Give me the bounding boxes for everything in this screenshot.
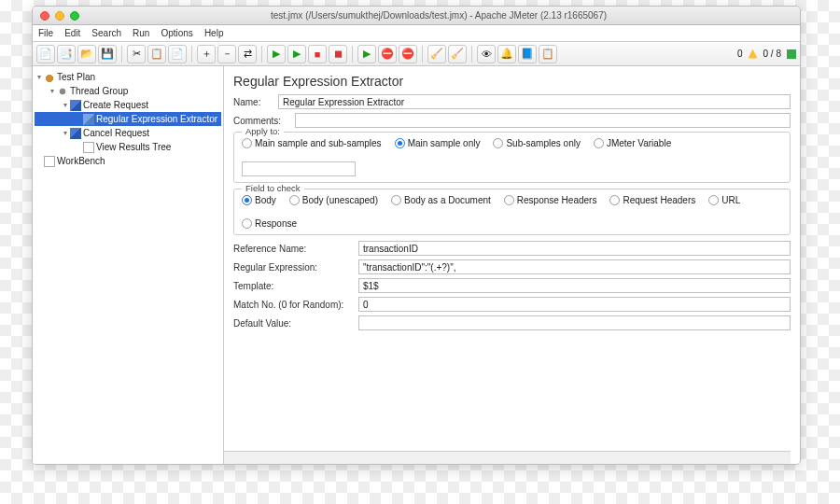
error-count: 0 xyxy=(737,49,743,59)
regex-label: Regular Expression: xyxy=(233,262,353,273)
expand-icon[interactable]: ＋ xyxy=(197,45,216,63)
tree-item-create-request[interactable]: ▾Create Request xyxy=(35,98,221,112)
postprocessor-icon xyxy=(83,114,94,125)
radio-response-message[interactable]: Response xyxy=(242,218,297,229)
comments-label: Comments: xyxy=(233,116,289,126)
comments-input[interactable] xyxy=(295,113,791,128)
gear-icon xyxy=(57,86,68,97)
radio-sub-only[interactable]: Sub-samples only xyxy=(493,138,580,148)
tree-item-workbench[interactable]: WorkBench xyxy=(35,154,221,168)
titlebar[interactable]: test.jmx (/Users/sumukthej/Downloads/tes… xyxy=(33,7,800,25)
remote-shutdown-icon[interactable]: ⛔ xyxy=(399,45,417,63)
content-area: ▾Test Plan ▾Thread Group ▾Create Request… xyxy=(33,66,800,464)
editor-panel: Regular Expression Extractor Name: Comme… xyxy=(224,66,800,464)
toolbar-sep xyxy=(191,46,192,63)
clear-icon[interactable]: 🧹 xyxy=(427,45,446,63)
thread-count: 0 / 8 xyxy=(763,49,781,59)
clear-all-icon[interactable]: 🧹 xyxy=(448,45,467,63)
test-plan-tree[interactable]: ▾Test Plan ▾Thread Group ▾Create Request… xyxy=(33,66,224,464)
copy-icon[interactable]: 📋 xyxy=(147,45,166,63)
stop-icon[interactable]: ■ xyxy=(308,45,327,63)
radio-body-unescaped[interactable]: Body (unescaped) xyxy=(289,195,378,205)
reference-name-label: Reference Name: xyxy=(233,244,353,254)
panel-title: Regular Expression Extractor xyxy=(224,66,800,92)
tree-item-cancel-request[interactable]: ▾Cancel Request xyxy=(35,126,221,140)
template-input[interactable] xyxy=(358,278,791,293)
minimize-icon[interactable] xyxy=(55,11,64,21)
menu-options[interactable]: Options xyxy=(161,28,192,38)
toolbar-status: 0 0 / 8 xyxy=(737,49,796,59)
menu-help[interactable]: Help xyxy=(204,28,224,38)
apply-to-group: Main sample and sub-samples Main sample … xyxy=(233,132,791,183)
start-icon[interactable]: ▶ xyxy=(267,45,286,63)
paste-icon[interactable]: 📄 xyxy=(168,45,187,63)
name-label: Name: xyxy=(233,97,273,107)
toolbar-sep xyxy=(352,46,353,63)
radio-url[interactable]: URL xyxy=(708,195,740,205)
menubar: File Edit Search Run Options Help xyxy=(33,25,800,42)
remote-stop-icon[interactable]: ⛔ xyxy=(378,45,397,63)
tree-item-threadgroup[interactable]: ▾Thread Group xyxy=(35,84,221,98)
match-no-label: Match No. (0 for Random): xyxy=(233,300,353,310)
tree-item-testplan[interactable]: ▾Test Plan xyxy=(35,70,221,84)
tree-item-regex-extractor[interactable]: Regular Expression Extractor xyxy=(35,112,221,126)
reference-name-input[interactable] xyxy=(358,241,791,256)
options-icon[interactable]: 📋 xyxy=(539,45,557,63)
warning-icon xyxy=(749,49,758,59)
match-no-input[interactable] xyxy=(358,297,791,312)
templates-icon[interactable]: 📑 xyxy=(57,45,76,63)
close-icon[interactable] xyxy=(40,11,49,21)
field-to-check-group: Body Body (unescaped) Body as a Document… xyxy=(233,189,791,235)
cut-icon[interactable]: ✂ xyxy=(127,45,146,63)
radio-body-document[interactable]: Body as a Document xyxy=(391,195,491,205)
menu-edit[interactable]: Edit xyxy=(64,28,80,38)
help-icon[interactable]: 📘 xyxy=(518,45,537,63)
default-value-input[interactable] xyxy=(358,315,791,330)
save-icon[interactable]: 💾 xyxy=(98,45,117,63)
radio-main-only[interactable]: Main sample only xyxy=(395,138,481,148)
template-label: Template: xyxy=(233,281,353,291)
function-helper-icon[interactable]: 🔔 xyxy=(497,45,516,63)
regex-input[interactable] xyxy=(358,259,791,274)
radio-main-and-sub[interactable]: Main sample and sub-samples xyxy=(242,138,382,148)
workbench-icon xyxy=(44,156,55,167)
sampler-icon xyxy=(70,100,81,111)
new-file-icon[interactable]: 📄 xyxy=(36,45,55,63)
menu-search[interactable]: Search xyxy=(91,28,121,38)
app-window: test.jmx (/Users/sumukthej/Downloads/tes… xyxy=(32,6,801,465)
toolbar-sep xyxy=(471,46,472,63)
flask-icon xyxy=(44,72,55,83)
search-tree-icon[interactable]: 👁 xyxy=(477,45,496,63)
radio-response-headers[interactable]: Response Headers xyxy=(504,195,597,205)
shutdown-icon[interactable]: ◼ xyxy=(329,45,347,63)
toggle-icon[interactable]: ⇄ xyxy=(238,45,257,63)
open-icon[interactable]: 📂 xyxy=(77,45,96,63)
status-indicator-icon xyxy=(787,49,796,59)
remote-start-icon[interactable]: ▶ xyxy=(357,45,376,63)
menu-file[interactable]: File xyxy=(38,28,53,38)
radio-request-headers[interactable]: Request Headers xyxy=(609,195,695,205)
menu-run[interactable]: Run xyxy=(133,28,149,38)
radio-jmeter-var[interactable]: JMeter Variable xyxy=(594,138,671,148)
toolbar-sep xyxy=(422,46,423,63)
collapse-icon[interactable]: － xyxy=(217,45,236,63)
toolbar: 📄 📑 📂 💾 ✂ 📋 📄 ＋ － ⇄ ▶ ▶ ■ ◼ ▶ ⛔ ⛔ 🧹 🧹 👁 … xyxy=(33,42,800,66)
radio-body[interactable]: Body xyxy=(242,195,276,205)
window-title: test.jmx (/Users/sumukthej/Downloads/tes… xyxy=(85,10,792,21)
sampler-icon xyxy=(70,128,81,139)
toolbar-sep xyxy=(121,46,122,63)
jmeter-var-input[interactable] xyxy=(242,161,356,176)
toolbar-sep xyxy=(261,46,262,63)
name-input[interactable] xyxy=(278,94,791,109)
zoom-icon[interactable] xyxy=(70,11,79,21)
statusbar xyxy=(224,451,791,464)
start-no-pause-icon[interactable]: ▶ xyxy=(287,45,306,63)
tree-item-view-results[interactable]: View Results Tree xyxy=(35,140,221,154)
listener-icon xyxy=(83,142,94,153)
default-value-label: Default Value: xyxy=(233,318,353,329)
